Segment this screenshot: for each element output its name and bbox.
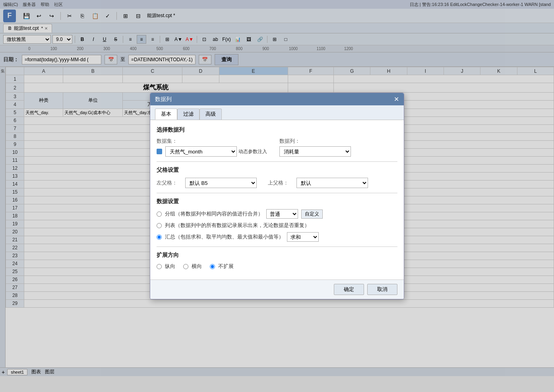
dataset-select-row: 天然气_month 动态参数注入 (157, 146, 275, 157)
radio-list[interactable] (157, 223, 162, 228)
expand-section-header: 扩展方向 (157, 252, 397, 259)
dataset-group: 数据集： 天然气_month 动态参数注入 (157, 138, 275, 157)
left-parent-label: 左父格： (157, 179, 180, 186)
custom-button[interactable]: 自定义 (301, 210, 323, 219)
radio-label-2: 列表（数据列中的所有数据记录展示出来，无论数据是否重复） (165, 222, 310, 229)
db-icon (157, 149, 162, 154)
data-settings-header: 数据设置 (157, 198, 397, 205)
modal-footer: 确定 取消 (150, 279, 404, 299)
expand-none-label: 不扩展 (218, 263, 234, 270)
summary-type-select[interactable]: 求和 (287, 232, 319, 242)
modal-tab-basic[interactable]: 基本 (155, 109, 177, 120)
modal-divider-3 (157, 246, 397, 247)
top-parent-label: 上父格： (268, 179, 292, 186)
group-type-select[interactable]: 普通 (266, 209, 298, 219)
cancel-button[interactable]: 取消 (367, 284, 397, 295)
radio-group-3: 汇总（包括求和、取平均均数、最大值和最小值等） 求和 (157, 232, 397, 242)
datacolumn-select-row: 消耗量 (279, 146, 397, 157)
modal-tab-advanced[interactable]: 高级 (200, 109, 222, 120)
expand-none[interactable] (210, 264, 215, 269)
parent-section-header: 父格设置 (157, 167, 397, 174)
radio-group[interactable] (157, 212, 162, 217)
radio-summary[interactable] (157, 235, 162, 240)
left-parent-select[interactable]: 默认 B5 (185, 178, 257, 188)
expand-vertical[interactable] (157, 264, 162, 269)
parent-row: 左父格： 默认 B5 上父格： 默认 (157, 178, 397, 188)
modal-divider-1 (157, 161, 397, 162)
datacolumn-label: 数据列： (279, 138, 397, 145)
modal-divider-2 (157, 193, 397, 193)
radio-label-1: 分组（将数据列中相同内容的值进行合并） (165, 210, 263, 217)
modal-title: 数据列 (155, 96, 172, 103)
modal-section-select: 选择数据列 (157, 126, 397, 134)
modal-titlebar: 数据列 ✕ (150, 93, 404, 105)
modal-close-button[interactable]: ✕ (394, 95, 399, 103)
dynamic-inject-label: 动态参数注入 (238, 148, 267, 155)
modal-body: 选择数据列 数据集： 天然气_month 动态参数注入 数据列： (150, 120, 404, 279)
dataset-label: 数据集： (157, 138, 275, 145)
radio-group-1: 分组（将数据列中相同内容的值进行合并） 普通 自定义 (157, 209, 397, 219)
radio-group-2: 列表（数据列中的所有数据记录展示出来，无论数据是否重复） (157, 222, 397, 229)
modal-tabs: 基本 过滤 高级 (150, 105, 404, 120)
datacolumn-group: 数据列： 消耗量 (279, 138, 397, 157)
expand-group: 纵向 横向 不扩展 (157, 263, 397, 270)
dataset-select[interactable]: 天然气_month (165, 146, 237, 157)
dataset-row: 数据集： 天然气_month 动态参数注入 数据列： 消耗量 (157, 138, 397, 157)
expand-vertical-label: 纵向 (165, 263, 175, 270)
datacolumn-select[interactable]: 消耗量 (279, 146, 351, 157)
expand-horizontal-label: 横向 (192, 263, 202, 270)
modal-overlay: 数据列 ✕ 基本 过滤 高级 选择数据列 数据集： 天然气_month (0, 0, 554, 376)
modal-tab-filter[interactable]: 过滤 (177, 109, 200, 120)
ok-button[interactable]: 确定 (334, 284, 364, 295)
radio-label-3: 汇总（包括求和、取平均均数、最大值和最小值等） (165, 233, 284, 241)
expand-horizontal[interactable] (183, 264, 188, 269)
top-parent-select[interactable]: 默认 (296, 178, 368, 188)
modal-dialog: 数据列 ✕ 基本 过滤 高级 选择数据列 数据集： 天然气_month (150, 93, 404, 299)
